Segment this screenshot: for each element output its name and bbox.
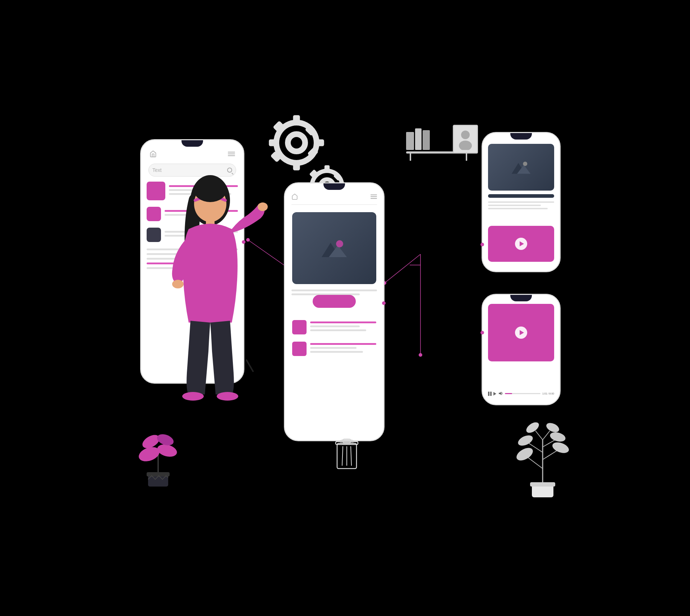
- dark-bar: [488, 194, 554, 198]
- phone-right-bottom: 1:01 / 8:00: [482, 294, 561, 405]
- shelf: [406, 128, 478, 161]
- play-button-1[interactable]: [515, 238, 527, 250]
- center-items: [292, 320, 376, 363]
- svg-line-90: [351, 446, 351, 466]
- svg-point-58: [336, 240, 343, 247]
- trash-can: [334, 436, 359, 477]
- svg-point-45: [461, 131, 470, 139]
- phone-center: [284, 182, 385, 441]
- center-item-2: [292, 342, 376, 356]
- svg-rect-71: [530, 482, 555, 487]
- svg-point-51: [258, 202, 268, 211]
- plant-right: [514, 418, 571, 499]
- svg-rect-10: [293, 115, 300, 124]
- video-thumbnail-1: [488, 226, 554, 262]
- phone-left-notch: [181, 140, 203, 147]
- svg-rect-13: [315, 139, 324, 146]
- home-icon: [150, 150, 157, 158]
- woman-figure: [153, 157, 268, 409]
- center-item-1: [292, 320, 376, 334]
- phone-right-top-notch: [510, 133, 532, 140]
- connection-dot-center: [382, 301, 386, 305]
- video-controls: 1:01 / 8:00: [488, 390, 554, 398]
- play-button-2[interactable]: [515, 327, 527, 339]
- connection-dot-right-top: [480, 243, 484, 246]
- main-scene: Text: [129, 110, 561, 506]
- svg-line-83: [543, 431, 550, 440]
- svg-point-91: [340, 439, 354, 444]
- svg-marker-62: [499, 392, 501, 395]
- home-icon-center: [291, 193, 298, 200]
- svg-rect-55: [245, 359, 254, 372]
- video-time: 1:01 / 8:00: [542, 392, 554, 395]
- svg-point-5: [419, 353, 422, 357]
- divider-line: [291, 204, 377, 205]
- svg-line-2: [385, 254, 420, 283]
- center-hero-image: [292, 212, 376, 284]
- sound-icon: [498, 391, 503, 397]
- svg-rect-12: [269, 139, 278, 146]
- phone-center-notch: [323, 183, 345, 190]
- svg-point-54: [217, 392, 238, 401]
- svg-point-46: [459, 141, 472, 150]
- svg-rect-70: [532, 485, 553, 497]
- svg-point-52: [172, 280, 184, 288]
- svg-point-61: [523, 162, 527, 166]
- phone-right-bottom-notch: [510, 295, 532, 301]
- hamburger-icon-center: [371, 193, 377, 200]
- svg-point-80: [549, 430, 567, 443]
- hamburger-icon: [228, 151, 235, 157]
- svg-point-53: [182, 392, 204, 401]
- phone-right-top: [482, 132, 561, 272]
- svg-rect-19: [325, 165, 330, 172]
- svg-line-73: [528, 458, 543, 469]
- svg-line-88: [342, 446, 343, 466]
- connection-dot-right-bottom: [480, 331, 484, 334]
- svg-line-75: [543, 451, 557, 460]
- plant-left: [133, 422, 183, 488]
- svg-point-9: [288, 134, 305, 151]
- center-cta-button[interactable]: [313, 295, 356, 308]
- video-main: [488, 304, 554, 361]
- svg-point-82: [524, 420, 540, 435]
- svg-line-81: [535, 431, 543, 440]
- svg-point-84: [545, 421, 561, 434]
- svg-point-50: [194, 177, 227, 202]
- svg-rect-11: [293, 161, 300, 170]
